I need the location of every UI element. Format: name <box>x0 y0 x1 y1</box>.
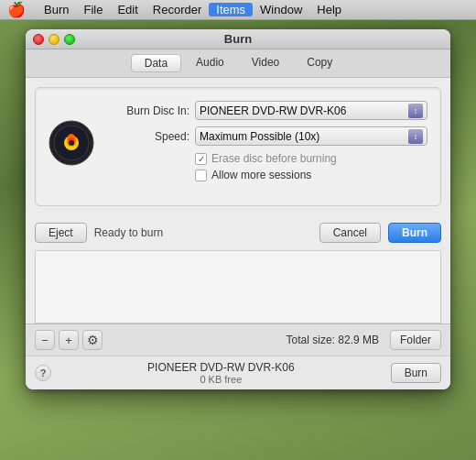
close-button[interactable] <box>33 34 44 45</box>
erase-label: Erase disc before burning <box>211 152 337 165</box>
dialog-main-row: Burn Disc In: PIONEER DVD-RW DVR-K06 ↕ S… <box>49 101 427 185</box>
settings-button[interactable]: ⚙ <box>82 330 103 350</box>
status-text: Ready to burn <box>94 226 312 239</box>
speed-row: Speed: Maximum Possible (10x) ↕ <box>107 126 427 146</box>
add-button[interactable]: + <box>59 330 79 350</box>
help-button[interactable]: ? <box>35 365 51 381</box>
cancel-button[interactable]: Cancel <box>319 223 381 243</box>
burn-disc-row: Burn Disc In: PIONEER DVD-RW DVR-K06 ↕ <box>107 101 427 120</box>
menubar-help[interactable]: Help <box>309 3 349 16</box>
burn-window: Burn Data Audio Video Copy <box>26 29 450 389</box>
burn-disc-label: Burn Disc In: <box>107 104 189 117</box>
sessions-row: Allow more sessions <box>195 169 427 181</box>
tab-audio[interactable]: Audio <box>183 54 237 72</box>
drive-name: PIONEER DVD-RW DVR-K06 <box>147 361 294 374</box>
sessions-label: Allow more sessions <box>211 169 311 181</box>
erase-row: ✓ Erase disc before burning <box>195 152 427 165</box>
status-bar: ? PIONEER DVD-RW DVR-K06 0 KB free Burn <box>26 356 450 389</box>
file-table[interactable] <box>35 250 441 323</box>
burn-dialog: Burn Disc In: PIONEER DVD-RW DVR-K06 ↕ S… <box>35 87 441 206</box>
burn-button-status[interactable]: Burn <box>391 363 441 383</box>
tab-data[interactable]: Data <box>131 54 181 72</box>
disc-icon <box>49 120 94 166</box>
burn-disc-arrow: ↕ <box>408 104 423 118</box>
eject-button[interactable]: Eject <box>35 223 87 243</box>
status-bar-center: PIONEER DVD-RW DVR-K06 0 KB free <box>51 361 391 385</box>
window-title: Burn <box>224 32 252 46</box>
menubar-window[interactable]: Window <box>253 3 309 16</box>
dialog-fields: Burn Disc In: PIONEER DVD-RW DVR-K06 ↕ S… <box>107 101 427 185</box>
apple-menu[interactable]: 🍎 <box>7 1 26 18</box>
menubar-burn[interactable]: Burn <box>37 3 76 16</box>
remove-button[interactable]: − <box>35 330 55 350</box>
traffic-lights <box>33 34 75 45</box>
burn-disc-value: PIONEER DVD-RW DVR-K06 <box>200 104 405 117</box>
burn-button-dialog[interactable]: Burn <box>388 223 441 243</box>
speed-label: Speed: <box>107 130 189 143</box>
total-size-label: Total size: <box>287 334 335 346</box>
zoom-button[interactable] <box>64 34 75 45</box>
menubar-edit[interactable]: Edit <box>110 3 145 16</box>
tab-bar: Data Audio Video Copy <box>26 49 450 78</box>
speed-select[interactable]: Maximum Possible (10x) ↕ <box>195 126 427 146</box>
svg-point-6 <box>69 140 74 146</box>
total-size: Total size: 82.9 MB <box>287 334 379 346</box>
menubar-items[interactable]: Items <box>209 3 253 16</box>
dialog-buttons: Eject Ready to burn Cancel Burn <box>26 215 450 250</box>
menubar: 🍎 Burn File Edit Recorder Items Window H… <box>0 0 476 20</box>
tab-video[interactable]: Video <box>239 54 292 72</box>
tab-copy[interactable]: Copy <box>294 54 345 72</box>
speed-value: Maximum Possible (10x) <box>200 130 405 143</box>
bottom-toolbar: − + ⚙ Total size: 82.9 MB Folder <box>26 323 450 356</box>
erase-checkbox[interactable]: ✓ <box>195 153 207 165</box>
minimize-button[interactable] <box>49 34 60 45</box>
menubar-file[interactable]: File <box>76 3 110 16</box>
titlebar: Burn <box>26 29 450 49</box>
folder-button[interactable]: Folder <box>390 330 441 350</box>
speed-arrow: ↕ <box>408 129 423 144</box>
burn-disc-select[interactable]: PIONEER DVD-RW DVR-K06 ↕ <box>195 101 427 120</box>
menubar-recorder[interactable]: Recorder <box>146 3 209 16</box>
sessions-checkbox[interactable] <box>195 170 207 181</box>
total-size-value: 82.9 MB <box>338 334 379 346</box>
drive-free: 0 KB free <box>200 374 242 385</box>
